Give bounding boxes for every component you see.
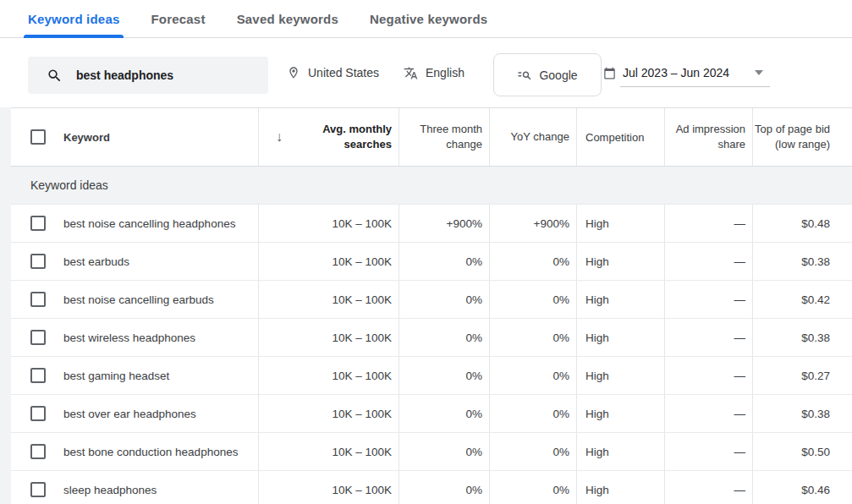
search-icon [47, 68, 76, 84]
section-keyword-ideas: Keyword ideas [11, 167, 852, 205]
three-month-change-value: 0% [399, 357, 489, 394]
yoy-change-value: 0% [489, 319, 576, 356]
avg-searches-value: 10K – 100K [258, 471, 399, 504]
competition-value: High [576, 281, 664, 318]
competition-value: High [576, 471, 664, 504]
row-checkbox[interactable] [30, 254, 46, 269]
avg-searches-value: 10K – 100K [258, 319, 399, 356]
header-ad-impression-share[interactable]: Ad impression share [664, 108, 752, 166]
three-month-change-value: 0% [399, 319, 489, 356]
keyword-text: best noise cancelling headphones [63, 217, 235, 230]
header-top-of-page-bid[interactable]: Top of page bid (low range) [752, 108, 852, 166]
competition-value: High [576, 319, 664, 356]
avg-searches-value: 10K – 100K [258, 433, 399, 470]
language-value: English [426, 66, 464, 79]
top-of-page-bid-value: $0.27 [752, 357, 852, 394]
table-row: best gaming headset 10K – 100K 0% 0% Hig… [11, 357, 852, 395]
row-checkbox[interactable] [30, 368, 46, 383]
ad-impression-share-value: — [664, 243, 752, 280]
table-row: best noise cancelling headphones 10K – 1… [11, 205, 852, 243]
keyword-text: best noise cancelling earbuds [63, 293, 214, 306]
three-month-change-value: 0% [399, 281, 489, 318]
row-checkbox[interactable] [30, 444, 46, 459]
date-range-underline [620, 86, 770, 87]
tab-keyword-ideas[interactable]: Keyword ideas [28, 0, 119, 37]
competition-value: High [576, 357, 664, 394]
table-header-row: Keyword ↓ Avg. monthly searches Three mo… [11, 108, 852, 167]
table-row: best noise cancelling earbuds 10K – 100K… [11, 281, 852, 319]
avg-searches-value: 10K – 100K [258, 243, 399, 280]
yoy-change-value: +900% [489, 205, 576, 242]
top-of-page-bid-value: $0.42 [752, 281, 852, 318]
header-keyword-label: Keyword [63, 131, 110, 144]
tab-label: Negative keywords [370, 12, 487, 26]
ad-impression-share-value: — [664, 433, 752, 470]
avg-searches-value: 10K – 100K [258, 395, 399, 432]
ad-impression-share-value: — [664, 395, 752, 432]
header-competition[interactable]: Competition [576, 108, 664, 166]
date-range-value: Jul 2023 – Jun 2024 [623, 66, 729, 79]
top-of-page-bid-value: $0.50 [752, 433, 852, 470]
row-checkbox[interactable] [30, 406, 46, 421]
yoy-change-value: 0% [489, 433, 576, 470]
location-pin-icon [287, 66, 300, 79]
tab-forecast[interactable]: Forecast [151, 0, 205, 37]
table-row: best earbuds 10K – 100K 0% 0% High — $0.… [11, 243, 852, 281]
avg-searches-value: 10K – 100K [258, 281, 399, 318]
header-keyword[interactable]: Keyword [11, 108, 258, 166]
keyword-ideas-table: Keyword ↓ Avg. monthly searches Three mo… [11, 107, 852, 504]
keyword-text: best earbuds [63, 255, 129, 268]
top-of-page-bid-value: $0.38 [752, 243, 852, 280]
competition-value: High [576, 433, 664, 470]
left-gutter [0, 38, 11, 504]
avg-searches-value: 10K – 100K [258, 357, 399, 394]
chevron-down-icon[interactable] [755, 70, 763, 75]
keyword-text: best wireless headphones [63, 331, 195, 344]
header-avg-monthly-searches[interactable]: ↓ Avg. monthly searches [258, 108, 399, 166]
search-network-icon [517, 68, 532, 83]
table-row: best bone conduction headphones 10K – 10… [11, 433, 852, 471]
calendar-icon [603, 67, 616, 79]
header-yoy-change[interactable]: YoY change [489, 108, 576, 166]
keyword-text: best over ear headphones [63, 408, 196, 420]
header-three-month-change[interactable]: Three month change [399, 108, 489, 166]
table-row: best wireless headphones 10K – 100K 0% 0… [11, 319, 852, 357]
tab-label: Keyword ideas [28, 12, 119, 26]
table-row: best over ear headphones 10K – 100K 0% 0… [11, 395, 852, 433]
three-month-change-value: 0% [399, 243, 489, 280]
language-filter[interactable]: English [404, 38, 464, 107]
avg-searches-value: 10K – 100K [258, 205, 399, 242]
three-month-change-value: +900% [399, 205, 489, 242]
competition-value: High [576, 395, 664, 432]
tab-label: Forecast [151, 12, 205, 26]
top-of-page-bid-value: $0.38 [752, 319, 852, 356]
yoy-change-value: 0% [489, 471, 576, 504]
keyword-text: best gaming headset [63, 370, 169, 382]
yoy-change-value: 0% [489, 357, 576, 394]
date-range-selector[interactable]: Jul 2023 – Jun 2024 [603, 38, 763, 107]
keyword-planner-page: Keyword ideas Forecast Saved keywords Ne… [0, 0, 852, 504]
network-value: Google [539, 68, 577, 82]
ad-impression-share-value: — [664, 471, 752, 504]
row-checkbox[interactable] [30, 292, 46, 307]
top-of-page-bid-value: $0.48 [752, 205, 852, 242]
row-checkbox[interactable] [30, 482, 46, 497]
ad-impression-share-value: — [664, 281, 752, 318]
three-month-change-value: 0% [399, 433, 489, 470]
sort-descending-icon[interactable]: ↓ [276, 129, 283, 145]
ad-impression-share-value: — [664, 205, 752, 242]
search-input[interactable] [76, 68, 254, 82]
location-filter[interactable]: United States [287, 38, 379, 107]
row-checkbox[interactable] [30, 216, 46, 231]
search-network-button[interactable]: Google [493, 53, 602, 96]
top-of-page-bid-value: $0.46 [752, 471, 852, 504]
keyword-search-box[interactable] [28, 57, 268, 94]
tab-negative-keywords[interactable]: Negative keywords [370, 0, 487, 37]
tab-bar: Keyword ideas Forecast Saved keywords Ne… [0, 0, 852, 38]
yoy-change-value: 0% [489, 395, 576, 432]
tab-saved-keywords[interactable]: Saved keywords [237, 0, 338, 37]
translate-icon [404, 66, 418, 80]
tab-label: Saved keywords [237, 12, 338, 26]
row-checkbox[interactable] [30, 330, 46, 345]
select-all-checkbox[interactable] [30, 129, 46, 145]
